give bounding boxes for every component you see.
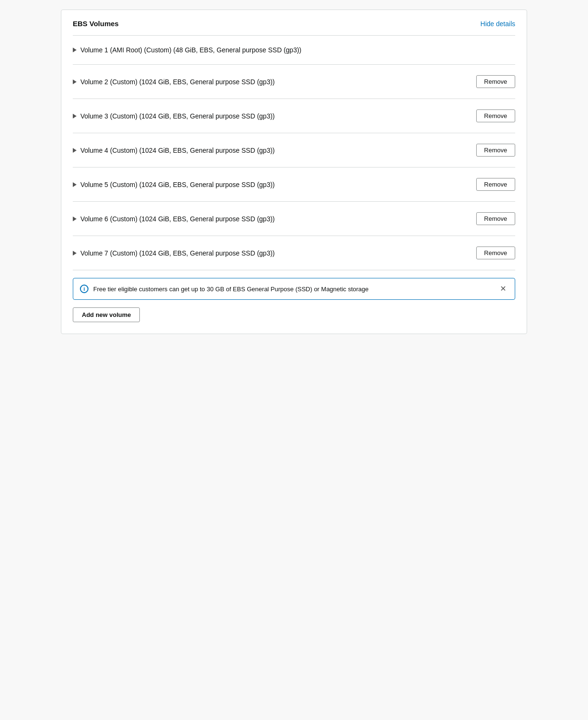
volume-4-label: Volume 4 (Custom) (1024 GiB, EBS, Genera…: [80, 147, 275, 154]
remove-volume-2-button[interactable]: Remove: [476, 75, 515, 88]
volume-5-label: Volume 5 (Custom) (1024 GiB, EBS, Genera…: [80, 181, 275, 188]
volume-5-expand-icon[interactable]: [73, 182, 77, 187]
volume-row-5: Volume 5 (Custom) (1024 GiB, EBS, Genera…: [73, 168, 515, 201]
volume-row-3: Volume 3 (Custom) (1024 GiB, EBS, Genera…: [73, 99, 515, 133]
info-icon: i: [80, 285, 88, 293]
hide-details-link[interactable]: Hide details: [480, 20, 515, 28]
panel-header: EBS Volumes Hide details: [73, 20, 515, 28]
remove-volume-5-button[interactable]: Remove: [476, 178, 515, 191]
info-banner-text: Free tier eligible customers can get up …: [93, 286, 369, 293]
volume-row-2: Volume 2 (Custom) (1024 GiB, EBS, Genera…: [73, 65, 515, 99]
info-banner: i Free tier eligible customers can get u…: [73, 278, 515, 300]
volume-3-label: Volume 3 (Custom) (1024 GiB, EBS, Genera…: [80, 112, 275, 120]
volume-3-expand-icon[interactable]: [73, 114, 77, 118]
volume-7-divider: [73, 270, 515, 270]
remove-volume-6-button[interactable]: Remove: [476, 212, 515, 225]
volume-6-expand-icon[interactable]: [73, 217, 77, 221]
volume-6-label: Volume 6 (Custom) (1024 GiB, EBS, Genera…: [80, 215, 275, 223]
remove-volume-3-button[interactable]: Remove: [476, 109, 515, 122]
volume-row-6: Volume 6 (Custom) (1024 GiB, EBS, Genera…: [73, 202, 515, 236]
volume-2-expand-icon[interactable]: [73, 79, 77, 84]
panel-title: EBS Volumes: [73, 20, 118, 28]
add-new-volume-button[interactable]: Add new volume: [73, 307, 140, 322]
remove-volume-4-button[interactable]: Remove: [476, 144, 515, 157]
ebs-volumes-panel: EBS Volumes Hide details Volume 1 (AMI R…: [61, 10, 527, 334]
volume-1-expand-icon[interactable]: [73, 48, 77, 52]
volume-row-7: Volume 7 (Custom) (1024 GiB, EBS, Genera…: [73, 236, 515, 270]
volume-row-4: Volume 4 (Custom) (1024 GiB, EBS, Genera…: [73, 133, 515, 167]
volume-4-expand-icon[interactable]: [73, 148, 77, 153]
volume-2-label: Volume 2 (Custom) (1024 GiB, EBS, Genera…: [80, 78, 275, 86]
volumes-list: Volume 1 (AMI Root) (Custom) (48 GiB, EB…: [73, 36, 515, 270]
volume-1-label: Volume 1 (AMI Root) (Custom) (48 GiB, EB…: [80, 46, 302, 54]
volume-7-expand-icon[interactable]: [73, 251, 77, 256]
remove-volume-7-button[interactable]: Remove: [476, 247, 515, 259]
volume-7-label: Volume 7 (Custom) (1024 GiB, EBS, Genera…: [80, 249, 275, 257]
close-banner-icon[interactable]: ✕: [498, 284, 508, 294]
volume-row-1: Volume 1 (AMI Root) (Custom) (48 GiB, EB…: [73, 36, 515, 64]
